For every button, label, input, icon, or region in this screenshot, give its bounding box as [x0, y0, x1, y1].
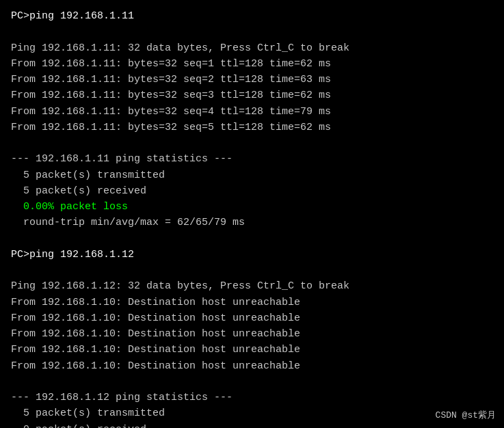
terminal-line — [11, 263, 493, 278]
terminal-line: Ping 192.168.1.11: 32 data bytes, Press … — [11, 40, 493, 56]
terminal-line: 5 packet(s) transmitted — [11, 168, 493, 183]
terminal-line — [11, 231, 493, 247]
terminal-line: From 192.168.1.10: Destination host unre… — [11, 358, 493, 374]
terminal-line: From 192.168.1.11: bytes=32 seq=4 ttl=12… — [11, 104, 493, 120]
terminal-line: PC>ping 192.168.1.11 — [11, 8, 493, 24]
terminal-line: Ping 192.168.1.12: 32 data bytes, Press … — [11, 278, 493, 294]
terminal-line: 5 packet(s) received — [11, 183, 493, 199]
terminal-line: PC>ping 192.168.1.12 — [11, 247, 493, 263]
terminal-line — [11, 135, 493, 151]
terminal-line: From 192.168.1.11: bytes=32 seq=1 ttl=12… — [11, 56, 493, 72]
terminal-line — [11, 24, 493, 40]
terminal: PC>ping 192.168.1.11Ping 192.168.1.11: 3… — [0, 0, 504, 428]
terminal-line: From 192.168.1.10: Destination host unre… — [11, 310, 493, 326]
terminal-line: --- 192.168.1.11 ping statistics --- — [11, 151, 493, 167]
terminal-line: From 192.168.1.10: Destination host unre… — [11, 326, 493, 342]
terminal-line — [11, 374, 493, 390]
terminal-line: From 192.168.1.11: bytes=32 seq=5 ttl=12… — [11, 120, 493, 135]
terminal-line: 5 packet(s) transmitted — [11, 405, 493, 421]
terminal-line: From 192.168.1.11: bytes=32 seq=2 ttl=12… — [11, 72, 493, 88]
terminal-line: From 192.168.1.10: Destination host unre… — [11, 342, 493, 358]
terminal-line: 0.00% packet loss — [11, 199, 493, 215]
terminal-line: From 192.168.1.11: bytes=32 seq=3 ttl=12… — [11, 88, 493, 103]
terminal-line: --- 192.168.1.12 ping statistics --- — [11, 390, 493, 405]
terminal-line: 0 packet(s) received — [11, 422, 493, 429]
terminal-line: round-trip min/avg/max = 62/65/79 ms — [11, 215, 493, 230]
watermark: CSDN @st紫月 — [436, 409, 496, 421]
terminal-line: From 192.168.1.10: Destination host unre… — [11, 295, 493, 310]
